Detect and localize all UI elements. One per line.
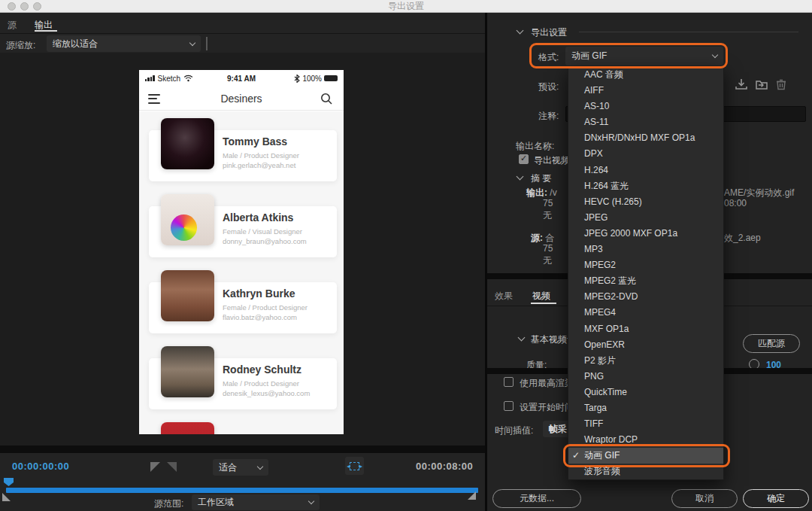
- format-menu-item[interactable]: DNxHR/DNxHD MXF OP1a: [568, 130, 723, 146]
- source-scaling-select[interactable]: 缩放以适合: [47, 35, 201, 52]
- format-menu-item[interactable]: 波形音频: [568, 464, 723, 479]
- person-card[interactable]: Rodney SchultzMale / Product Designerden…: [139, 346, 344, 418]
- format-menu-item-label: MPEG2 蓝光: [584, 275, 636, 286]
- format-menu-item[interactable]: OpenEXR: [568, 337, 723, 353]
- tab-output-underline: [35, 30, 57, 32]
- export-settings-title: 导出设置: [531, 26, 567, 39]
- summary-source-line2: 75: [543, 243, 553, 254]
- format-menu-item-label: 动画 GIF: [584, 450, 620, 461]
- format-menu-item[interactable]: AIFF: [568, 83, 723, 99]
- use-max-render-checkbox[interactable]: [504, 377, 514, 387]
- window-titlebar: 导出设置: [0, 0, 812, 13]
- format-menu-item-label: QuickTime: [584, 387, 627, 397]
- mark-out-icon[interactable]: [167, 462, 177, 472]
- export-video-checkbox[interactable]: [519, 154, 529, 164]
- source-scaling-value: 缩放以适合: [53, 38, 98, 50]
- format-menu-item[interactable]: PNG: [568, 369, 723, 385]
- format-menu-item[interactable]: Wraptor DCP: [568, 432, 723, 448]
- summary-output-duration: 08:00: [724, 198, 747, 208]
- avatar: [161, 194, 214, 245]
- format-menu-item[interactable]: MPEG2 蓝光: [568, 273, 723, 289]
- import-preset-icon[interactable]: [755, 78, 768, 91]
- format-menu-item[interactable]: Targa: [568, 400, 723, 416]
- format-menu-item-label: OpenEXR: [584, 339, 625, 350]
- format-menu-item[interactable]: AAC 音频: [568, 67, 723, 83]
- delete-preset-icon[interactable]: [774, 78, 788, 91]
- tab-effects[interactable]: 效果: [495, 290, 513, 303]
- format-menu-item[interactable]: AS-10: [568, 99, 723, 114]
- time-interp-select[interactable]: 帧采: [543, 421, 570, 437]
- format-menu-item-label: DPX: [584, 148, 603, 159]
- mark-in-icon[interactable]: [150, 462, 160, 472]
- battery-percent: 100%: [302, 75, 322, 83]
- format-menu-item[interactable]: MPEG2-DVD: [568, 289, 723, 305]
- comments-label: 注释:: [538, 110, 559, 123]
- source-range-select[interactable]: 工作区域: [192, 494, 320, 510]
- current-timecode[interactable]: 00:00:00:00: [12, 461, 69, 472]
- format-menu-item-label: HEVC (H.265): [584, 196, 642, 207]
- format-menu-item-label: MPEG2-DVD: [584, 291, 638, 302]
- format-menu-item[interactable]: HEVC (H.265): [568, 194, 723, 210]
- chevron-down-icon: [257, 463, 263, 469]
- ok-button[interactable]: 确定: [743, 489, 809, 508]
- format-menu-item-label: AS-11: [584, 117, 608, 127]
- format-menu-item[interactable]: DPX: [568, 146, 723, 162]
- export-settings-dialog: 导出设置 源 输出 源缩放: 缩放以适合 Sketch 9:41 AM: [0, 0, 812, 511]
- format-menu-item-label: TIFF: [584, 418, 603, 429]
- time-interp-value: 帧采: [549, 423, 567, 436]
- summary-source-path-start: 合: [545, 233, 554, 243]
- cancel-button[interactable]: 取消: [671, 489, 738, 508]
- format-menu-item[interactable]: MPEG2: [568, 257, 723, 273]
- save-preset-icon[interactable]: [735, 78, 748, 91]
- chevron-down-icon: [308, 498, 314, 504]
- check-icon: ✓: [572, 448, 583, 464]
- tab-source[interactable]: 源: [8, 19, 17, 32]
- format-menu-item-label: JPEG 2000 MXF OP1a: [584, 228, 677, 239]
- format-menu-item-label: MP3: [584, 244, 603, 254]
- format-menu-item[interactable]: P2 影片: [568, 353, 723, 369]
- format-menu-item[interactable]: H.264: [568, 163, 723, 178]
- format-menu-item[interactable]: TIFF: [568, 416, 723, 432]
- person-meta: Female / Visual Designer: [223, 227, 302, 236]
- format-menu-item[interactable]: JPEG: [568, 210, 723, 226]
- format-menu-item[interactable]: QuickTime: [568, 385, 723, 400]
- format-menu-item-label: JPEG: [584, 212, 607, 223]
- timeline-range-bar[interactable]: [6, 488, 478, 493]
- format-select[interactable]: 动画 GIF: [565, 47, 723, 65]
- format-menu-item-label: H.264 蓝光: [584, 181, 629, 191]
- summary-source-label: 源:: [531, 233, 543, 243]
- chevron-down-icon: [189, 39, 195, 45]
- format-menu-item[interactable]: MXF OP1a: [568, 321, 723, 337]
- search-icon[interactable]: [320, 92, 333, 105]
- range-end-handle[interactable]: [468, 491, 476, 500]
- preset-label: 预设:: [538, 81, 559, 93]
- metadata-button[interactable]: 元数据...: [492, 489, 581, 508]
- format-menu-item-label: H.264: [584, 165, 608, 175]
- format-menu-item[interactable]: MPEG4: [568, 305, 723, 321]
- battery-icon: [324, 75, 338, 81]
- range-start-handle[interactable]: [2, 493, 11, 501]
- person-card[interactable]: Alberta AtkinsFemale / Visual Designerdo…: [139, 194, 344, 266]
- match-source-button[interactable]: 匹配源: [743, 334, 800, 353]
- duration-timecode: 00:00:08:00: [416, 461, 473, 472]
- format-menu: AAC 音频AIFFAS-10AS-11DNxHR/DNxHD MXF OP1a…: [568, 66, 724, 480]
- crop-output-button[interactable]: [345, 457, 364, 475]
- person-name: Alberta Atkins: [223, 211, 293, 224]
- tab-video[interactable]: 视频: [532, 290, 550, 303]
- format-menu-item[interactable]: H.264 蓝光: [568, 178, 723, 194]
- person-name: Kathryn Burke: [223, 287, 295, 300]
- format-menu-item-label: 波形音频: [584, 466, 620, 476]
- format-menu-item[interactable]: AS-11: [568, 114, 723, 130]
- format-menu-item[interactable]: JPEG 2000 MXF OP1a: [568, 226, 723, 242]
- tab-video-underline: [531, 303, 556, 304]
- person-card[interactable]: Tommy BassMale / Product Designerpink.ge…: [139, 118, 344, 190]
- format-menu-item[interactable]: ✓动画 GIF: [568, 448, 723, 464]
- zoom-level-select[interactable]: 适合: [213, 459, 268, 476]
- person-email: donny_braun@yahoo.com: [223, 237, 307, 245]
- person-email: flavio.batz@yahoo.com: [223, 313, 297, 321]
- phone-page-title: Desiners: [139, 87, 344, 111]
- person-card[interactable]: Kathryn BurkeFemale / Product Designerfl…: [139, 270, 344, 342]
- set-start-time-checkbox[interactable]: [504, 401, 514, 411]
- format-menu-item[interactable]: MP3: [568, 242, 723, 257]
- summary-output-line3: 无: [543, 209, 552, 222]
